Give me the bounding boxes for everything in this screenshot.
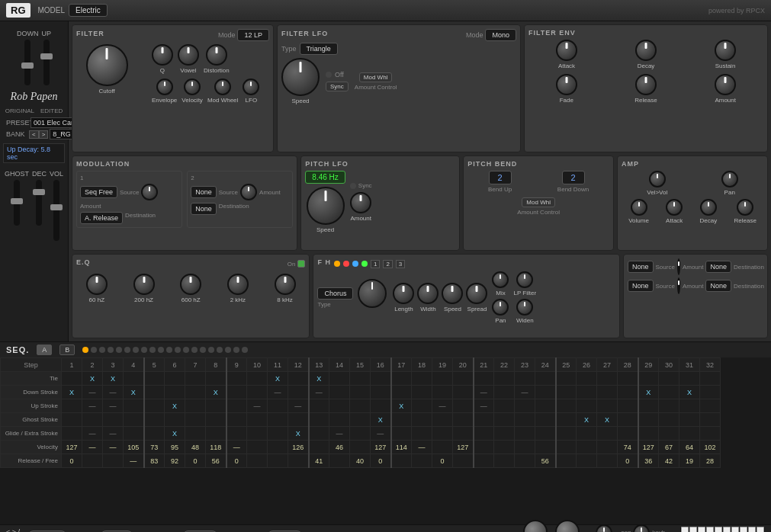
seq-cell-glide-5[interactable] — [144, 427, 165, 441]
seq-cell-release-28[interactable]: 0 — [618, 454, 638, 468]
seq-vel-knob[interactable] — [633, 524, 650, 533]
seq-cell-glide-10[interactable] — [247, 427, 268, 441]
seq-cell-glide-12[interactable]: X — [288, 427, 309, 441]
seq-cell-velocity-15[interactable] — [350, 441, 371, 454]
seq-cell-down_stroke-21[interactable]: — — [474, 386, 494, 399]
seq-cell-tie-19[interactable] — [432, 372, 453, 386]
seq-cell-glide-32[interactable] — [700, 427, 721, 441]
seq-cell-ghost_stroke-5[interactable] — [144, 413, 165, 427]
seq-cell-release-2[interactable] — [82, 454, 103, 468]
piano-white-key[interactable] — [748, 527, 756, 533]
seq-cell-up_stroke-8[interactable] — [206, 399, 226, 413]
seq-cell-tie-28[interactable] — [618, 372, 638, 386]
efx-amount1-knob[interactable] — [677, 258, 680, 275]
fenv-decay-knob[interactable] — [635, 40, 657, 61]
seq-cell-release-14[interactable] — [329, 454, 350, 468]
seq-cell-glide-2[interactable]: — — [82, 427, 103, 441]
piano-white-key[interactable] — [723, 527, 731, 533]
piano-white-key[interactable] — [681, 527, 689, 533]
fh-widen-knob[interactable] — [516, 299, 533, 316]
seq-cell-velocity-7[interactable]: 48 — [185, 441, 206, 454]
seq-cell-down_stroke-29[interactable]: X — [638, 386, 659, 399]
seq-cell-up_stroke-15[interactable] — [350, 399, 371, 413]
seq-cell-down_stroke-23[interactable]: — — [515, 386, 535, 399]
seq-cell-ghost_stroke-24[interactable] — [535, 413, 556, 427]
seq-cell-tie-25[interactable] — [556, 372, 577, 386]
amp-attack-knob[interactable] — [666, 199, 683, 216]
seq-cell-release-24[interactable]: 56 — [535, 454, 556, 468]
bank-next[interactable]: > — [39, 130, 49, 139]
dec-slider[interactable] — [36, 180, 42, 226]
seq-cell-up_stroke-1[interactable] — [62, 399, 82, 413]
seq-cell-up_stroke-26[interactable] — [577, 399, 597, 413]
seq-cell-down_stroke-32[interactable] — [700, 386, 721, 399]
pitch-bend-mod-whl-btn[interactable]: Mod Whl — [522, 197, 555, 207]
piano-white-key[interactable] — [715, 527, 722, 533]
seq-cell-release-16[interactable]: 0 — [371, 454, 391, 468]
seq-cell-velocity-16[interactable]: 127 — [371, 441, 391, 454]
fh-width-knob[interactable] — [417, 283, 439, 304]
seq-cell-velocity-1[interactable]: 127 — [62, 441, 82, 454]
seq-cell-ghost_stroke-12[interactable] — [288, 413, 309, 427]
seq-cell-velocity-19[interactable] — [432, 441, 453, 454]
seq-cell-up_stroke-14[interactable] — [329, 399, 350, 413]
seq-cell-release-5[interactable]: 83 — [144, 454, 165, 468]
seq-cell-velocity-25[interactable] — [556, 441, 577, 454]
piano-white-key[interactable] — [706, 527, 714, 533]
seq-cell-glide-14[interactable]: — — [329, 427, 350, 441]
seq-cell-velocity-29[interactable]: 127 — [638, 441, 659, 454]
seq-cell-tie-15[interactable] — [350, 372, 371, 386]
seq-cell-release-1[interactable]: 0 — [62, 454, 82, 468]
seq-cell-velocity-24[interactable] — [535, 441, 556, 454]
seq-cell-ghost_stroke-11[interactable] — [268, 413, 288, 427]
seq-cell-glide-24[interactable] — [535, 427, 556, 441]
fh-dial[interactable] — [358, 279, 387, 308]
seq-cell-velocity-22[interactable] — [494, 441, 515, 454]
seq-cell-up_stroke-32[interactable] — [700, 399, 721, 413]
seq-cell-tie-12[interactable] — [288, 372, 309, 386]
eq-60hz-knob[interactable] — [86, 274, 108, 295]
amp-vel-vol-knob[interactable] — [649, 171, 666, 187]
seq-cell-glide-28[interactable] — [618, 427, 638, 441]
mod-row1-amount-knob[interactable] — [141, 184, 158, 200]
eq-600hz-knob[interactable] — [180, 274, 201, 295]
seq-cell-tie-11[interactable]: X — [268, 372, 288, 386]
piano-white-key[interactable] — [698, 527, 705, 533]
seq-cell-release-15[interactable]: 40 — [350, 454, 371, 468]
fh-tab-2[interactable]: 2 — [383, 260, 392, 268]
seq-cell-release-20[interactable] — [453, 454, 474, 468]
fenv-fade-knob[interactable] — [556, 74, 577, 95]
efx-src2-btn[interactable]: None — [628, 280, 654, 292]
seq-cell-up_stroke-31[interactable] — [679, 399, 700, 413]
down-slider[interactable] — [24, 40, 31, 85]
eq-on-checkbox[interactable] — [297, 260, 305, 268]
fh-type-btn[interactable]: Chorus — [317, 287, 353, 300]
seq-cell-release-21[interactable] — [474, 454, 494, 468]
seq-cell-down_stroke-3[interactable]: — — [103, 386, 124, 399]
seq-cell-tie-16[interactable] — [371, 372, 391, 386]
seq-cell-glide-4[interactable] — [124, 427, 144, 441]
seq-cell-release-23[interactable] — [515, 454, 535, 468]
seq-cell-tie-26[interactable] — [577, 372, 597, 386]
mod-wheel-knob[interactable] — [214, 79, 231, 95]
seq-cell-release-29[interactable]: 36 — [638, 454, 659, 468]
amp-pan-knob[interactable] — [721, 171, 738, 187]
seq-cell-ghost_stroke-27[interactable]: X — [597, 413, 618, 427]
seq-cell-velocity-9[interactable]: — — [226, 441, 247, 454]
piano-white-key[interactable] — [689, 527, 697, 533]
seq-cell-down_stroke-17[interactable] — [391, 386, 412, 399]
seq-cell-glide-19[interactable] — [432, 427, 453, 441]
seq-cell-down_stroke-6[interactable] — [165, 386, 185, 399]
seq-cell-up_stroke-20[interactable] — [453, 399, 474, 413]
up-slider[interactable] — [43, 40, 50, 85]
amp-release-knob[interactable] — [737, 199, 753, 216]
seq-cell-down_stroke-18[interactable] — [412, 386, 432, 399]
seq-btn-label[interactable]: seq — [621, 529, 631, 532]
seq-cell-ghost_stroke-28[interactable] — [618, 413, 638, 427]
fh-lp-knob[interactable] — [516, 271, 533, 288]
seq-cell-ghost_stroke-4[interactable] — [124, 413, 144, 427]
fh-pan-knob[interactable] — [492, 299, 509, 316]
seq-cell-velocity-18[interactable]: — — [412, 441, 432, 454]
seq-cell-up_stroke-22[interactable] — [494, 399, 515, 413]
seq-cell-ghost_stroke-3[interactable] — [103, 413, 124, 427]
